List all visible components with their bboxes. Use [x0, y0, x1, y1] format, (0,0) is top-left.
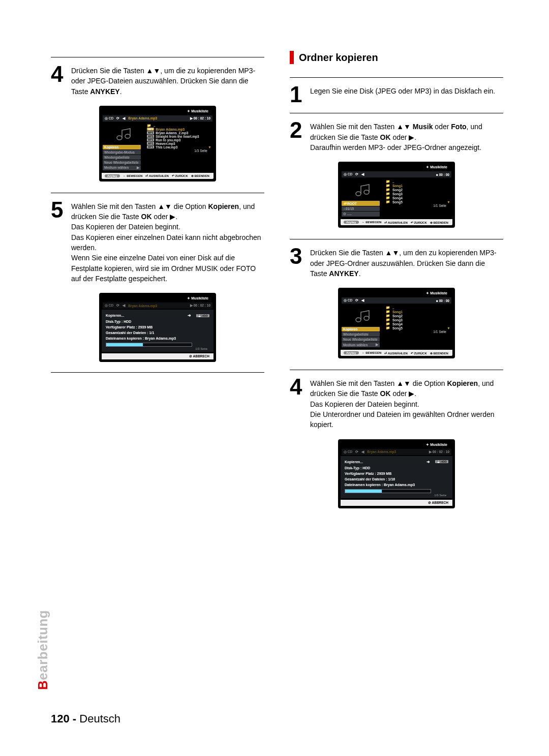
step-text: Wählen Sie mit den Tasten ▲▼ Musik oder …: [310, 120, 503, 153]
osd-screenshot-copy-progress-folder: ✦ Musikliste ◎ CD⟳◀ Bryan Adams.mp3 ▶ 00…: [338, 439, 455, 508]
step-text: Wählen Sie mit den Tasten ▲▼ die Option …: [71, 200, 264, 284]
svg-point-2: [356, 192, 361, 196]
svg-point-5: [364, 316, 369, 320]
right-step-2: 2 Wählen Sie mit den Tasten ▲▼ Musik ode…: [290, 120, 503, 153]
music-icon: [354, 183, 371, 197]
left-column: 4 Drücken Sie die Tasten ▲▼, um die zu k…: [51, 51, 264, 519]
right-step-3: 3 Drücken Sie die Tasten ▲▼, um den zu k…: [290, 247, 503, 279]
right-column: Ordner kopieren 1 Legen Sie eine Disk (J…: [290, 51, 503, 519]
right-step-4: 4 Wählen Sie mit den Tasten ▲▼ die Optio…: [290, 377, 503, 430]
step-text: Wählen Sie mit den Tasten ▲▼ die Option …: [310, 377, 503, 430]
step-number: 4: [290, 377, 304, 430]
step-text: Legen Sie eine Disk (JPEG oder MP3) in d…: [310, 85, 495, 104]
step-number: 3: [290, 247, 304, 279]
svg-point-1: [125, 134, 130, 138]
music-icon: [115, 127, 132, 141]
section-title: Ordner kopieren: [299, 52, 378, 64]
section-header: Ordner kopieren: [290, 51, 503, 64]
osd-screenshot-folder-list: ✦ Musikliste ◎ CD⟳◀ ■ 00 : 00 📁 ROOT ♫ 0…: [338, 162, 455, 228]
step-text: Drücken Sie die Tasten ▲▼, um den zu kop…: [310, 247, 503, 279]
svg-point-4: [356, 318, 361, 322]
step-number: 4: [51, 65, 65, 97]
step-number: 1: [290, 85, 304, 104]
osd-screenshot-music-list: ✦ Musikliste ◎ CD⟳◀ Bryan Adams.mp3 ▶ 00…: [99, 106, 216, 182]
osd-screenshot-folder-menu: ✦ Musikliste ◎ CD⟳◀ ■ 00 : 00 Kopieren W…: [338, 288, 455, 358]
svg-point-3: [364, 190, 369, 194]
left-step-5: 5 Wählen Sie mit den Tasten ▲▼ die Optio…: [51, 200, 264, 284]
step-number: 5: [51, 200, 65, 284]
page-footer: 120 - Deutsch: [51, 712, 120, 725]
section-marker: [290, 51, 294, 64]
svg-point-0: [117, 136, 122, 140]
osd-screenshot-copy-progress: ✦ Musikliste ◎ CD⟳◀ Bryan Adams.mp3 ▶ 00…: [99, 293, 216, 362]
music-icon: [354, 309, 371, 323]
right-step-1: 1 Legen Sie eine Disk (JPEG oder MP3) in…: [290, 85, 503, 104]
side-tab: Bearbeitung: [35, 610, 51, 690]
manual-page: 4 Drücken Sie die Tasten ▲▼, um die zu k…: [0, 0, 549, 756]
step-number: 2: [290, 120, 304, 153]
left-step-4: 4 Drücken Sie die Tasten ▲▼, um die zu k…: [51, 65, 264, 97]
step-text: Drücken Sie die Tasten ▲▼, um die zu kop…: [71, 65, 264, 97]
